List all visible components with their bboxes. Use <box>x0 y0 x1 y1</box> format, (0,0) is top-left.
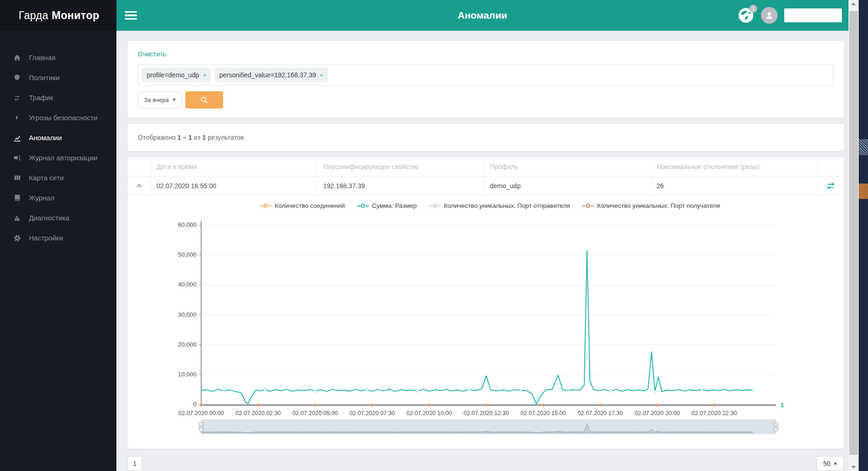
sidebar: Гарда Монитор Главная Политики Трафик Уг… <box>0 0 116 471</box>
traffic-arrows-icon <box>13 94 21 102</box>
legend-label: Количество уникальных: Порт отправителя <box>444 202 570 209</box>
sidebar-item-policies[interactable]: Политики <box>0 68 116 88</box>
edge-marker-hatch <box>859 139 868 155</box>
traffic-link-icon <box>827 183 835 189</box>
cell-datetime: 02.07.2020 16:55:00 <box>151 177 318 196</box>
app-root: Гарда Монитор Главная Политики Трафик Уг… <box>0 0 868 471</box>
scroll-down-arrow[interactable] <box>848 464 859 471</box>
bolt-icon <box>13 114 21 122</box>
svg-text:02.07.2020 05:00: 02.07.2020 05:00 <box>292 410 338 416</box>
globe-icon <box>738 17 754 25</box>
svg-text:02.07.2020 12:30: 02.07.2020 12:30 <box>463 410 509 416</box>
sidebar-item-settings[interactable]: Настройки <box>0 228 116 248</box>
sidebar-item-journal[interactable]: Журнал <box>0 188 116 208</box>
cell-profile: demo_udp <box>484 177 651 196</box>
svg-text:02.07.2020 00:00: 02.07.2020 00:00 <box>178 410 224 416</box>
sidebar-item-home[interactable]: Главная <box>0 48 116 68</box>
table-row: 02.07.2020 16:55:00 192.168.37.39 demo_u… <box>128 177 844 196</box>
svg-text:02.07.2020 17:30: 02.07.2020 17:30 <box>577 410 623 416</box>
legend-marker-icon <box>357 204 369 208</box>
notifications-button[interactable]: 1 <box>738 7 754 24</box>
notification-badge: 1 <box>749 5 757 13</box>
anomaly-chart-panel: Количество соединений Сумма: Размер Коли… <box>128 196 844 440</box>
sidebar-item-threats[interactable]: Угрозы безопасности <box>0 108 116 128</box>
pagination-page-1-button[interactable]: 1 <box>128 456 142 471</box>
filter-actions: За вчера <box>138 91 834 109</box>
remove-tag-icon[interactable]: × <box>320 72 324 79</box>
period-dropdown[interactable]: За вчера <box>138 91 182 109</box>
sidebar-item-auth-log[interactable]: Журнал авторизации <box>0 148 116 168</box>
col-header-profile: Профиль <box>484 157 651 177</box>
legend-item-connections[interactable]: Количество соединений <box>260 202 345 209</box>
anomaly-chart[interactable]: 010,00020,00030,00040,00050,00060,00002.… <box>136 216 834 436</box>
chevron-up-icon <box>834 462 837 464</box>
results-suffix: результатов <box>208 134 244 141</box>
go-to-traffic-button[interactable] <box>818 177 844 196</box>
filter-tag-text: personified_value=192.168.37.39 <box>219 71 316 79</box>
legend-item-unique-dst-port[interactable]: Количество уникальных: Порт получателя <box>582 202 720 209</box>
filter-tags-input[interactable]: profile=demo_udp × personified_value=192… <box>138 64 834 86</box>
filter-tag-profile: profile=demo_udp × <box>142 68 211 82</box>
legend-marker-icon <box>260 204 271 208</box>
results-summary: Отображено 1 – 1 из 1 результатов <box>128 124 844 151</box>
top-bar: Аномалии 1 <box>116 0 848 31</box>
vertical-scrollbar[interactable] <box>848 0 859 471</box>
scroll-up-arrow[interactable] <box>848 0 859 7</box>
actions-column-header <box>818 157 844 177</box>
svg-text:1: 1 <box>780 402 784 409</box>
svg-text:40,000: 40,000 <box>178 281 197 288</box>
content-area: Очистить profile=demo_udp × personified_… <box>116 31 848 471</box>
edge-marker-strip <box>859 0 868 471</box>
clear-filters-link[interactable]: Очистить <box>138 50 166 58</box>
sidebar-item-traffic[interactable]: Трафик <box>0 88 116 108</box>
remove-tag-icon[interactable]: × <box>203 72 206 79</box>
legend-marker-icon <box>582 204 594 208</box>
collapse-row-button[interactable] <box>128 177 151 196</box>
sidebar-item-network-map[interactable]: Карта сети <box>0 168 116 188</box>
results-count: 1 <box>202 134 206 141</box>
chart-canvas: 010,00020,00030,00040,00050,00060,00002.… <box>136 216 844 437</box>
table-footer: 1 50 <box>128 456 844 471</box>
table-header-row: Дата и время Персонифицирующее свойство … <box>128 157 844 177</box>
chevron-up-icon <box>136 184 142 188</box>
sidebar-item-diagnostics[interactable]: Диагностика <box>0 208 116 228</box>
page-size-value: 50 <box>823 460 831 467</box>
anomalies-table: Дата и время Персонифицирующее свойство … <box>128 157 844 449</box>
sidebar-item-label: Диагностика <box>29 214 69 222</box>
cell-personified-value: 192.168.37.39 <box>318 177 484 196</box>
edge-marker-orange <box>859 184 868 199</box>
filter-tag-personified-value: personified_value=192.168.37.39 × <box>215 68 328 82</box>
sidebar-item-label: Карта сети <box>29 174 64 182</box>
period-label: За вчера <box>144 96 169 103</box>
user-avatar[interactable] <box>761 7 778 24</box>
sidebar-item-label: Угрозы безопасности <box>29 114 98 122</box>
menu-toggle-button[interactable] <box>125 11 137 20</box>
legend-item-unique-src-port[interactable]: Количество уникальных: Порт отправителя <box>429 202 570 209</box>
scrollbar-thumb[interactable] <box>849 11 858 455</box>
page-size-dropdown[interactable]: 50 <box>817 456 844 471</box>
legend-item-sum-size[interactable]: Сумма: Размер <box>357 202 417 209</box>
sidebar-item-label: Аномалии <box>29 134 62 142</box>
svg-text:20,000: 20,000 <box>178 341 197 348</box>
user-name-box[interactable] <box>784 8 842 22</box>
svg-text:10,000: 10,000 <box>178 371 197 378</box>
sidebar-item-label: Трафик <box>29 94 53 102</box>
sidebar-item-label: Главная <box>29 54 55 61</box>
home-icon <box>13 54 21 61</box>
sidebar-nav: Главная Политики Трафик Угрозы безопасно… <box>0 31 116 248</box>
col-header-deviation: Максимальное отклонение (разы) <box>651 157 818 177</box>
search-button[interactable] <box>185 91 223 109</box>
svg-text:0: 0 <box>193 401 197 408</box>
sidebar-item-anomalies[interactable]: Аномалии <box>0 128 116 148</box>
svg-text:02.07.2020 20:00: 02.07.2020 20:00 <box>635 410 680 416</box>
chart-legend: Количество соединений Сумма: Размер Коли… <box>136 202 844 209</box>
results-prefix: Отображено <box>138 134 176 141</box>
results-mid: из <box>194 134 200 141</box>
search-icon <box>200 96 208 104</box>
map-icon <box>13 174 21 182</box>
sign-in-icon <box>13 154 21 162</box>
chevron-down-icon <box>172 99 176 101</box>
svg-text:02.07.2020 22:30: 02.07.2020 22:30 <box>692 410 737 416</box>
main-column: Аномалии 1 <box>116 0 848 471</box>
sidebar-item-label: Журнал <box>29 194 54 202</box>
